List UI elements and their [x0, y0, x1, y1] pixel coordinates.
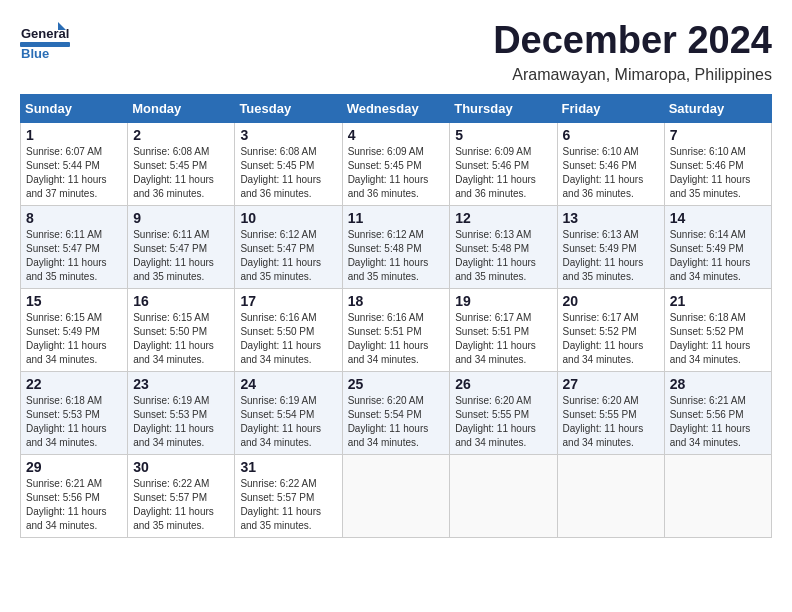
- day-info: Sunrise: 6:17 AM Sunset: 5:51 PM Dayligh…: [455, 311, 551, 367]
- calendar-cell: [342, 454, 450, 537]
- day-info: Sunrise: 6:13 AM Sunset: 5:49 PM Dayligh…: [563, 228, 659, 284]
- day-number: 16: [133, 293, 229, 309]
- calendar-cell: 19Sunrise: 6:17 AM Sunset: 5:51 PM Dayli…: [450, 288, 557, 371]
- logo: General Blue: [20, 20, 70, 60]
- calendar-cell: 21Sunrise: 6:18 AM Sunset: 5:52 PM Dayli…: [664, 288, 771, 371]
- day-number: 30: [133, 459, 229, 475]
- day-info: Sunrise: 6:12 AM Sunset: 5:47 PM Dayligh…: [240, 228, 336, 284]
- day-number: 25: [348, 376, 445, 392]
- title-block: December 2024 Aramawayan, Mimaropa, Phil…: [493, 20, 772, 84]
- day-info: Sunrise: 6:10 AM Sunset: 5:46 PM Dayligh…: [563, 145, 659, 201]
- day-info: Sunrise: 6:20 AM Sunset: 5:55 PM Dayligh…: [563, 394, 659, 450]
- calendar-cell: 23Sunrise: 6:19 AM Sunset: 5:53 PM Dayli…: [128, 371, 235, 454]
- calendar-cell: [557, 454, 664, 537]
- day-info: Sunrise: 6:20 AM Sunset: 5:55 PM Dayligh…: [455, 394, 551, 450]
- week-row-4: 22Sunrise: 6:18 AM Sunset: 5:53 PM Dayli…: [21, 371, 772, 454]
- day-number: 5: [455, 127, 551, 143]
- day-info: Sunrise: 6:09 AM Sunset: 5:45 PM Dayligh…: [348, 145, 445, 201]
- calendar-cell: 27Sunrise: 6:20 AM Sunset: 5:55 PM Dayli…: [557, 371, 664, 454]
- location-subtitle: Aramawayan, Mimaropa, Philippines: [493, 66, 772, 84]
- calendar-cell: 16Sunrise: 6:15 AM Sunset: 5:50 PM Dayli…: [128, 288, 235, 371]
- calendar-cell: [664, 454, 771, 537]
- day-info: Sunrise: 6:14 AM Sunset: 5:49 PM Dayligh…: [670, 228, 766, 284]
- week-row-5: 29Sunrise: 6:21 AM Sunset: 5:56 PM Dayli…: [21, 454, 772, 537]
- day-number: 24: [240, 376, 336, 392]
- day-number: 8: [26, 210, 122, 226]
- calendar-cell: 31Sunrise: 6:22 AM Sunset: 5:57 PM Dayli…: [235, 454, 342, 537]
- day-number: 11: [348, 210, 445, 226]
- day-number: 10: [240, 210, 336, 226]
- month-title: December 2024: [493, 20, 772, 62]
- calendar-cell: 20Sunrise: 6:17 AM Sunset: 5:52 PM Dayli…: [557, 288, 664, 371]
- day-info: Sunrise: 6:17 AM Sunset: 5:52 PM Dayligh…: [563, 311, 659, 367]
- header-thursday: Thursday: [450, 94, 557, 122]
- calendar-cell: 15Sunrise: 6:15 AM Sunset: 5:49 PM Dayli…: [21, 288, 128, 371]
- day-number: 31: [240, 459, 336, 475]
- day-number: 14: [670, 210, 766, 226]
- day-info: Sunrise: 6:21 AM Sunset: 5:56 PM Dayligh…: [670, 394, 766, 450]
- calendar-cell: 30Sunrise: 6:22 AM Sunset: 5:57 PM Dayli…: [128, 454, 235, 537]
- day-number: 18: [348, 293, 445, 309]
- calendar-cell: 17Sunrise: 6:16 AM Sunset: 5:50 PM Dayli…: [235, 288, 342, 371]
- calendar-cell: 12Sunrise: 6:13 AM Sunset: 5:48 PM Dayli…: [450, 205, 557, 288]
- svg-text:Blue: Blue: [21, 46, 49, 60]
- day-number: 23: [133, 376, 229, 392]
- week-row-3: 15Sunrise: 6:15 AM Sunset: 5:49 PM Dayli…: [21, 288, 772, 371]
- week-row-2: 8Sunrise: 6:11 AM Sunset: 5:47 PM Daylig…: [21, 205, 772, 288]
- calendar-cell: 25Sunrise: 6:20 AM Sunset: 5:54 PM Dayli…: [342, 371, 450, 454]
- day-info: Sunrise: 6:22 AM Sunset: 5:57 PM Dayligh…: [133, 477, 229, 533]
- day-number: 9: [133, 210, 229, 226]
- day-info: Sunrise: 6:07 AM Sunset: 5:44 PM Dayligh…: [26, 145, 122, 201]
- day-number: 15: [26, 293, 122, 309]
- calendar-cell: 9Sunrise: 6:11 AM Sunset: 5:47 PM Daylig…: [128, 205, 235, 288]
- day-info: Sunrise: 6:19 AM Sunset: 5:54 PM Dayligh…: [240, 394, 336, 450]
- calendar-cell: 10Sunrise: 6:12 AM Sunset: 5:47 PM Dayli…: [235, 205, 342, 288]
- calendar-cell: 4Sunrise: 6:09 AM Sunset: 5:45 PM Daylig…: [342, 122, 450, 205]
- day-info: Sunrise: 6:08 AM Sunset: 5:45 PM Dayligh…: [240, 145, 336, 201]
- day-info: Sunrise: 6:11 AM Sunset: 5:47 PM Dayligh…: [26, 228, 122, 284]
- calendar-cell: 26Sunrise: 6:20 AM Sunset: 5:55 PM Dayli…: [450, 371, 557, 454]
- page-header: General Blue December 2024 Aramawayan, M…: [20, 20, 772, 84]
- day-info: Sunrise: 6:19 AM Sunset: 5:53 PM Dayligh…: [133, 394, 229, 450]
- calendar-cell: 7Sunrise: 6:10 AM Sunset: 5:46 PM Daylig…: [664, 122, 771, 205]
- calendar-cell: 13Sunrise: 6:13 AM Sunset: 5:49 PM Dayli…: [557, 205, 664, 288]
- header-sunday: Sunday: [21, 94, 128, 122]
- calendar-cell: 1Sunrise: 6:07 AM Sunset: 5:44 PM Daylig…: [21, 122, 128, 205]
- day-info: Sunrise: 6:10 AM Sunset: 5:46 PM Dayligh…: [670, 145, 766, 201]
- week-row-1: 1Sunrise: 6:07 AM Sunset: 5:44 PM Daylig…: [21, 122, 772, 205]
- day-info: Sunrise: 6:20 AM Sunset: 5:54 PM Dayligh…: [348, 394, 445, 450]
- day-info: Sunrise: 6:13 AM Sunset: 5:48 PM Dayligh…: [455, 228, 551, 284]
- calendar-cell: 18Sunrise: 6:16 AM Sunset: 5:51 PM Dayli…: [342, 288, 450, 371]
- calendar-cell: 24Sunrise: 6:19 AM Sunset: 5:54 PM Dayli…: [235, 371, 342, 454]
- day-number: 19: [455, 293, 551, 309]
- calendar-cell: 11Sunrise: 6:12 AM Sunset: 5:48 PM Dayli…: [342, 205, 450, 288]
- day-number: 6: [563, 127, 659, 143]
- calendar-cell: 6Sunrise: 6:10 AM Sunset: 5:46 PM Daylig…: [557, 122, 664, 205]
- calendar-cell: 8Sunrise: 6:11 AM Sunset: 5:47 PM Daylig…: [21, 205, 128, 288]
- day-number: 13: [563, 210, 659, 226]
- day-info: Sunrise: 6:22 AM Sunset: 5:57 PM Dayligh…: [240, 477, 336, 533]
- day-info: Sunrise: 6:11 AM Sunset: 5:47 PM Dayligh…: [133, 228, 229, 284]
- day-number: 7: [670, 127, 766, 143]
- day-info: Sunrise: 6:18 AM Sunset: 5:52 PM Dayligh…: [670, 311, 766, 367]
- day-number: 22: [26, 376, 122, 392]
- logo-icon: General Blue: [20, 20, 70, 60]
- day-number: 3: [240, 127, 336, 143]
- calendar-cell: 29Sunrise: 6:21 AM Sunset: 5:56 PM Dayli…: [21, 454, 128, 537]
- calendar-cell: 14Sunrise: 6:14 AM Sunset: 5:49 PM Dayli…: [664, 205, 771, 288]
- day-number: 28: [670, 376, 766, 392]
- day-info: Sunrise: 6:08 AM Sunset: 5:45 PM Dayligh…: [133, 145, 229, 201]
- calendar-cell: 5Sunrise: 6:09 AM Sunset: 5:46 PM Daylig…: [450, 122, 557, 205]
- calendar-cell: 28Sunrise: 6:21 AM Sunset: 5:56 PM Dayli…: [664, 371, 771, 454]
- calendar-table: Sunday Monday Tuesday Wednesday Thursday…: [20, 94, 772, 538]
- day-number: 26: [455, 376, 551, 392]
- header-tuesday: Tuesday: [235, 94, 342, 122]
- day-info: Sunrise: 6:15 AM Sunset: 5:49 PM Dayligh…: [26, 311, 122, 367]
- day-info: Sunrise: 6:09 AM Sunset: 5:46 PM Dayligh…: [455, 145, 551, 201]
- day-info: Sunrise: 6:16 AM Sunset: 5:50 PM Dayligh…: [240, 311, 336, 367]
- day-number: 17: [240, 293, 336, 309]
- day-number: 29: [26, 459, 122, 475]
- calendar-cell: 22Sunrise: 6:18 AM Sunset: 5:53 PM Dayli…: [21, 371, 128, 454]
- calendar-cell: [450, 454, 557, 537]
- header-wednesday: Wednesday: [342, 94, 450, 122]
